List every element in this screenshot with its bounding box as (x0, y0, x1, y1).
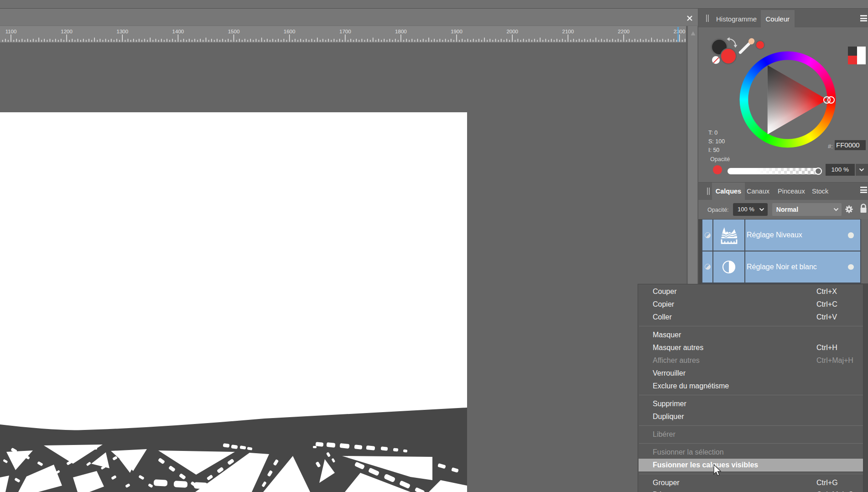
svg-text:1200: 1200 (61, 29, 73, 34)
svg-text:1600: 1600 (284, 29, 296, 34)
svg-text:1500: 1500 (228, 29, 240, 34)
svg-text:1900: 1900 (451, 29, 463, 34)
svg-text:2000: 2000 (506, 29, 518, 34)
svg-text:1800: 1800 (395, 29, 407, 34)
svg-text:2200: 2200 (618, 29, 630, 34)
svg-text:1100: 1100 (5, 29, 17, 34)
svg-text:1300: 1300 (117, 29, 129, 34)
svg-text:2100: 2100 (562, 29, 574, 34)
svg-text:1700: 1700 (339, 29, 351, 34)
svg-text:2300: 2300 (674, 29, 686, 34)
svg-text:1400: 1400 (172, 29, 184, 34)
